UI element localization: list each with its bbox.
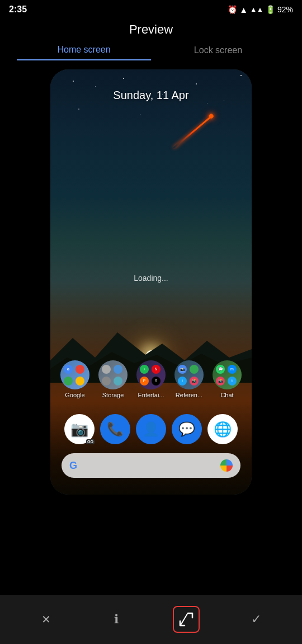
phone-preview: Sunday, 11 Apr Loading... G Google — [50, 69, 252, 495]
star — [78, 109, 79, 110]
expand-icon — [179, 612, 194, 627]
battery-icon: 🔋 — [266, 5, 275, 14]
dock-camera[interactable]: 📷 GO — [64, 414, 95, 444]
status-bar: 2:35 ⏰ ▲ ▲▲ 🔋 92% — [0, 0, 302, 17]
dock: 📷 GO 📞 👤 💬 🌐 — [50, 414, 252, 444]
star — [240, 75, 242, 76]
status-icons: ⏰ ▲ ▲▲ 🔋 92% — [228, 5, 293, 15]
app-entertainment: ♪ N P S Entertai... — [134, 360, 168, 398]
app-grid: G Google Storage ♪ — [50, 360, 252, 405]
wifi-icon: ▲ — [239, 5, 248, 15]
app-storage: Storage — [96, 360, 130, 398]
go-badge: GO — [86, 439, 95, 444]
google-dots-icon — [220, 459, 233, 472]
info-button[interactable]: ℹ — [103, 606, 130, 633]
chrome-glyph: 🌐 — [214, 421, 232, 438]
star — [95, 86, 96, 87]
close-button[interactable]: ✕ — [33, 606, 60, 633]
star — [196, 83, 197, 84]
app-icon-reference[interactable]: 📷 t 📸 — [174, 360, 204, 389]
app-row-1: G Google Storage ♪ — [56, 360, 246, 398]
camera-glyph: 📷 — [70, 421, 88, 438]
app-icon-google[interactable]: G — [60, 360, 89, 389]
star — [123, 78, 124, 79]
star — [207, 103, 207, 104]
app-google: G Google — [58, 360, 92, 398]
google-g-icon: G — [69, 460, 77, 472]
svg-line-2 — [181, 614, 187, 625]
check-button[interactable]: ✓ — [243, 606, 270, 633]
star — [73, 81, 74, 82]
search-bar[interactable]: G — [62, 453, 240, 478]
battery-percentage: 92% — [277, 5, 293, 14]
signal-icon: ▲▲ — [250, 6, 263, 13]
bottom-nav: ✕ ℹ ✓ — [0, 595, 302, 644]
star — [140, 114, 140, 115]
alarm-icon: ⏰ — [228, 5, 237, 14]
page-title: Preview — [0, 17, 302, 45]
tab-home-screen[interactable]: Home screen — [17, 45, 151, 60]
messages-glyph: 💬 — [178, 421, 195, 437]
app-reference: 📷 t 📸 Referen... — [172, 360, 206, 398]
app-icon-chat[interactable]: 💬 m 📸 t — [213, 360, 242, 389]
phone-glyph: 📞 — [107, 421, 124, 437]
tab-lock-screen[interactable]: Lock screen — [151, 45, 285, 60]
status-time: 2:35 — [9, 4, 27, 15]
preview-date: Sunday, 11 Apr — [50, 89, 252, 102]
app-chat: 💬 m 📸 t Chat — [210, 360, 244, 398]
dock-phone[interactable]: 📞 — [100, 414, 130, 444]
loading-text: Loading... — [50, 274, 252, 283]
expand-button[interactable] — [173, 606, 200, 633]
contacts-glyph: 👤 — [143, 421, 159, 437]
dock-messages[interactable]: 💬 — [172, 414, 202, 444]
app-icon-entertainment[interactable]: ♪ N P S — [136, 360, 166, 389]
dock-chrome[interactable]: 🌐 — [207, 414, 238, 444]
tab-bar: Home screen Lock screen — [0, 45, 302, 60]
dock-contacts[interactable]: 👤 — [136, 414, 166, 444]
app-icon-storage[interactable] — [98, 360, 128, 389]
